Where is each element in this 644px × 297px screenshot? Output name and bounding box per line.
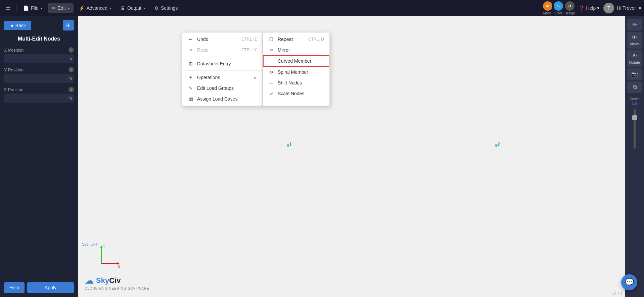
solve-mode-button[interactable]: S Solve [554, 1, 563, 15]
chat-bubble-button[interactable]: 💬 [621, 274, 637, 290]
svg-text:X: X [118, 264, 120, 269]
curved-member-icon: ⌒ [268, 58, 274, 64]
spiral-member-item[interactable]: ↺ Spiral Member [263, 67, 329, 77]
top-navigation: ☰ 📄 File ▾ ✏ Edit ▾ ⚡ Advanced ▾ 🖥 Outpu… [0, 0, 644, 16]
shift-nodes-item[interactable]: ↔ Shift Nodes [263, 77, 329, 88]
redo-item[interactable]: ↪ Redo CTRL+Y [182, 45, 262, 55]
y-position-info-icon[interactable]: ℹ [68, 67, 74, 72]
datasheet-icon: ⊞ [188, 61, 194, 66]
layers-button[interactable]: ⧉ [627, 81, 642, 93]
x-position-field: X Position ℹ m [4, 47, 74, 63]
redo-icon: ↪ [188, 47, 194, 53]
help-question-icon: ❓ [579, 5, 585, 11]
avatar: T [603, 3, 614, 13]
output-menu[interactable]: 🖥 Output ▾ [117, 3, 149, 13]
y-unit-label: m [66, 76, 74, 81]
x-position-input[interactable] [4, 54, 66, 63]
z-position-field: Z Position ℹ m [4, 87, 74, 103]
y-position-field: Y Position ℹ m [4, 67, 74, 83]
file-chevron: ▾ [41, 6, 42, 10]
model-indicator: M [543, 1, 552, 11]
user-chevron: ▾ [639, 5, 641, 11]
operations-item[interactable]: ✦ Operations [182, 72, 262, 83]
node-1-label: 1 [289, 142, 292, 146]
skyciv-tagline: CLOUD ENGINEERING SOFTWARE [85, 287, 149, 290]
edit-icon: ✏ [52, 5, 56, 11]
advanced-menu[interactable]: ⚡ Advanced ▾ [75, 3, 115, 13]
undo-item[interactable]: ↩ Undo CTRL+Z [182, 34, 262, 45]
user-profile[interactable]: T Hi Trevor ▾ [603, 3, 641, 13]
y-position-input[interactable] [4, 74, 66, 83]
scale-slider[interactable] [634, 109, 636, 149]
menu-separator-1 [182, 57, 262, 57]
design-mode-button[interactable]: D Design [564, 1, 575, 15]
svg-marker-1 [100, 245, 103, 248]
curved-member-item[interactable]: ⌒ Curved Member [263, 55, 329, 67]
skyciv-branding: ☁ SkyCiv CLOUD ENGINEERING SOFTWARE [85, 275, 149, 290]
mode-switcher: M Model S Solve D Design [543, 1, 575, 15]
views-button[interactable]: 👁 Views [627, 32, 642, 49]
svg-text:Y: Y [103, 244, 105, 249]
repeat-icon: ❐ [268, 37, 274, 42]
left-sidebar: ◄ Back ⊞ Multi-Edit Nodes X Position ℹ m… [0, 16, 78, 297]
settings-icon: ⚙ [154, 5, 159, 11]
edit-tool-button[interactable]: ✏ [627, 19, 642, 31]
mirror-item[interactable]: ⧈ Mirror [263, 45, 329, 55]
operations-icon: ✦ [188, 75, 194, 80]
hamburger-button[interactable]: ☰ [3, 2, 13, 14]
layers-icon: ⧉ [633, 84, 637, 90]
z-unit-label: m [66, 96, 74, 101]
rotate-icon: ↻ [633, 53, 637, 59]
repeat-item[interactable]: ❐ Repeat CTRL+D [263, 34, 329, 45]
edit-menu-panel: ↩ Undo CTRL+Z ↪ Redo CTRL+Y ⊞ D [182, 32, 263, 106]
rotate-button[interactable]: ↻ Rotate [627, 50, 642, 67]
solve-indicator: S [554, 1, 563, 11]
chat-icon: 💬 [625, 278, 634, 287]
sidebar-help-button[interactable]: Help [4, 282, 25, 293]
spiral-member-icon: ↺ [268, 70, 274, 75]
menu-separator-2 [182, 70, 262, 71]
output-icon: 🖥 [121, 5, 125, 11]
nav-right: M Model S Solve D Design ❓ Help ▾ T Hi T… [543, 1, 641, 15]
operations-submenu: ❐ Repeat CTRL+D ⧈ Mirror ⌒ Curved Member… [263, 32, 330, 106]
edit-load-groups-icon: ✎ [188, 85, 194, 91]
z-position-info-icon[interactable]: ℹ [68, 87, 74, 92]
datasheet-entry-item[interactable]: ⊞ Datasheet Entry [182, 58, 262, 69]
undo-icon: ↩ [188, 37, 194, 42]
axis-indicator: Y X [95, 243, 122, 270]
sidebar-actions: Help Apply [4, 282, 74, 293]
x-unit-label: m [66, 56, 74, 61]
z-position-input[interactable] [4, 94, 66, 103]
settings-menu[interactable]: ⚙ Settings [150, 3, 182, 13]
model-mode-button[interactable]: M Model [543, 1, 552, 15]
help-chevron: ▾ [597, 5, 599, 11]
apply-button[interactable]: Apply [27, 282, 74, 293]
camera-button[interactable]: 📷 [627, 68, 642, 80]
canvas-area: ↩ Undo CTRL+Z ↪ Redo CTRL+Y ⊞ D [78, 16, 625, 297]
scale-label: Scale: 1.0 [630, 97, 640, 106]
file-menu[interactable]: 📄 File ▾ [19, 3, 46, 13]
edit-chevron: ▾ [68, 6, 70, 10]
slider-thumb[interactable] [632, 115, 637, 120]
advanced-icon: ⚡ [79, 5, 85, 11]
advanced-chevron: ▾ [109, 6, 111, 10]
assign-load-cases-item[interactable]: ▦ Assign Load Cases [182, 94, 262, 104]
camera-icon: 📷 [631, 71, 638, 77]
scale-nodes-item[interactable]: ⤢ Scale Nodes [263, 88, 329, 99]
node-1-dot[interactable] [287, 144, 289, 147]
skyciv-logo: ☁ SkyCiv [85, 275, 121, 286]
skyciv-name: SkyCiv [96, 276, 121, 285]
sidebar-title: Multi-Edit Nodes [4, 35, 74, 43]
scale-value: 1.0 [630, 101, 640, 106]
edit-load-groups-item[interactable]: ✎ Edit Load Groups [182, 83, 262, 94]
node-2-label: 2 [498, 142, 500, 146]
help-button[interactable]: ❓ Help ▾ [579, 5, 599, 11]
node-2-dot[interactable] [495, 144, 498, 147]
edit-menu[interactable]: ✏ Edit ▾ [48, 3, 74, 13]
x-position-info-icon[interactable]: ℹ [68, 47, 74, 53]
version-label: v4.2.1 [612, 292, 623, 296]
back-button[interactable]: ◄ Back [4, 21, 31, 30]
eye-icon: 👁 [632, 35, 637, 41]
grid-button[interactable]: ⊞ [63, 20, 74, 31]
nav-divider [16, 3, 16, 13]
